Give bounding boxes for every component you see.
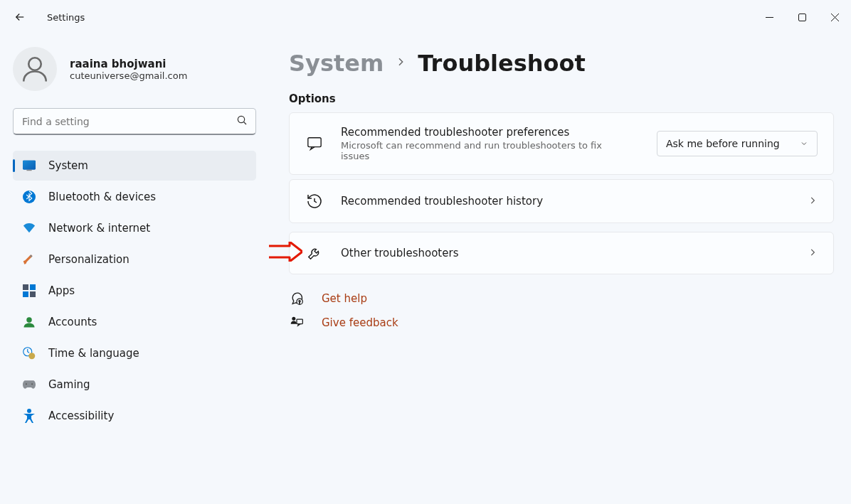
svg-rect-12 [30, 284, 36, 290]
card-other-troubleshooters[interactable]: Other troubleshooters [289, 232, 834, 274]
apps-icon [23, 284, 36, 297]
history-icon [305, 193, 324, 210]
chevron-right-icon [808, 195, 818, 208]
system-icon [23, 159, 36, 172]
svg-rect-11 [23, 284, 28, 290]
help-icon: ? [289, 291, 305, 306]
search-input[interactable] [13, 108, 256, 135]
window-controls [753, 6, 851, 28]
card-title: Recommended troubleshooter history [341, 195, 791, 208]
svg-rect-13 [23, 291, 28, 297]
card-body: Recommended troubleshooter preferences M… [341, 126, 640, 161]
main-container: raaina bhojwani cuteuniverse@gmail.com S… [0, 34, 851, 504]
search-wrap [13, 108, 256, 135]
card-body: Recommended troubleshooter history [341, 195, 791, 208]
sidebar-item-label: Apps [48, 284, 75, 297]
prefs-dropdown[interactable]: Ask me before running [657, 131, 818, 156]
paintbrush-icon [23, 253, 36, 266]
breadcrumb: System Troubleshoot [289, 50, 834, 77]
sidebar-item-accounts[interactable]: Accounts [13, 307, 256, 337]
sidebar: raaina bhojwani cuteuniverse@gmail.com S… [0, 34, 269, 504]
sidebar-item-gaming[interactable]: Gaming [13, 370, 256, 400]
profile-block[interactable]: raaina bhojwani cuteuniverse@gmail.com [13, 47, 256, 91]
sidebar-item-label: Personalization [48, 253, 130, 266]
nav: System Bluetooth & devices Network & int… [13, 151, 256, 431]
wrench-icon [305, 245, 324, 261]
svg-point-5 [238, 116, 244, 122]
give-feedback-link[interactable]: Give feedback [322, 316, 398, 329]
content: System Troubleshoot Options Recommended … [269, 34, 851, 504]
chevron-right-icon [395, 56, 406, 70]
sidebar-item-system[interactable]: System [13, 151, 256, 181]
svg-point-17 [28, 353, 35, 359]
back-button[interactable] [13, 10, 27, 24]
maximize-icon [798, 14, 806, 21]
sidebar-item-accessibility[interactable]: Accessibility [13, 401, 256, 431]
app-title: Settings [47, 12, 85, 23]
svg-rect-14 [30, 291, 36, 297]
profile-text: raaina bhojwani cuteuniverse@gmail.com [70, 58, 187, 81]
svg-line-6 [244, 122, 246, 124]
svg-text:?: ? [299, 300, 301, 304]
svg-point-24 [292, 317, 295, 321]
gamepad-icon [23, 378, 36, 391]
sidebar-item-apps[interactable]: Apps [13, 276, 256, 306]
section-label: Options [289, 92, 834, 105]
close-icon [831, 14, 839, 21]
card-title: Recommended troubleshooter preferences [341, 126, 640, 139]
feedback-icon [289, 316, 305, 330]
sidebar-item-label: Accounts [48, 316, 97, 328]
svg-rect-25 [297, 319, 302, 324]
sidebar-item-label: Gaming [48, 378, 90, 391]
sidebar-item-time[interactable]: Time & language [13, 338, 256, 368]
sidebar-item-label: System [48, 159, 88, 172]
svg-rect-21 [308, 138, 321, 147]
sidebar-item-network[interactable]: Network & internet [13, 213, 256, 243]
svg-rect-1 [798, 14, 805, 21]
card-subtitle: Microsoft can recommend and run troubles… [341, 140, 625, 161]
arrow-left-icon [14, 11, 26, 23]
search-icon [236, 114, 248, 129]
chat-icon [305, 136, 324, 151]
card-troubleshooter-history[interactable]: Recommended troubleshooter history [289, 179, 834, 223]
minimize-button[interactable] [753, 6, 786, 28]
sidebar-item-label: Network & internet [48, 222, 150, 235]
profile-name: raaina bhojwani [70, 58, 187, 70]
titlebar-left: Settings [13, 10, 85, 24]
help-links: ? Get help Give feedback [289, 291, 834, 330]
sidebar-item-bluetooth[interactable]: Bluetooth & devices [13, 182, 256, 212]
sidebar-item-label: Time & language [48, 347, 139, 360]
sidebar-item-label: Accessibility [48, 409, 114, 422]
sidebar-item-label: Bluetooth & devices [48, 191, 156, 203]
breadcrumb-parent[interactable]: System [289, 50, 384, 77]
chevron-right-icon [808, 247, 818, 260]
svg-point-15 [26, 317, 32, 323]
profile-email: cuteuniverse@gmail.com [70, 70, 187, 81]
svg-rect-9 [26, 170, 31, 171]
svg-point-19 [31, 383, 33, 385]
annotation-arrow-icon [269, 242, 302, 264]
person-icon [20, 54, 50, 84]
sidebar-item-personalization[interactable]: Personalization [13, 245, 256, 274]
svg-point-18 [26, 383, 27, 385]
maximize-button[interactable] [786, 6, 818, 28]
link-row-help: ? Get help [289, 291, 834, 306]
clock-globe-icon [23, 347, 36, 360]
titlebar: Settings [0, 0, 851, 34]
accessibility-icon [23, 409, 36, 422]
svg-point-20 [27, 409, 31, 413]
accounts-icon [23, 316, 36, 328]
minimize-icon [766, 14, 773, 21]
dropdown-value: Ask me before running [666, 138, 780, 149]
close-button[interactable] [818, 6, 851, 28]
svg-rect-8 [23, 161, 36, 170]
card-troubleshooter-prefs: Recommended troubleshooter preferences M… [289, 112, 834, 175]
avatar [13, 47, 57, 91]
get-help-link[interactable]: Get help [322, 292, 367, 305]
page-title: Troubleshoot [418, 50, 586, 77]
bluetooth-icon [23, 191, 36, 203]
card-body: Other troubleshooters [341, 247, 791, 259]
card-title: Other troubleshooters [341, 247, 791, 259]
chevron-down-icon [800, 139, 808, 148]
wifi-icon [23, 222, 36, 235]
